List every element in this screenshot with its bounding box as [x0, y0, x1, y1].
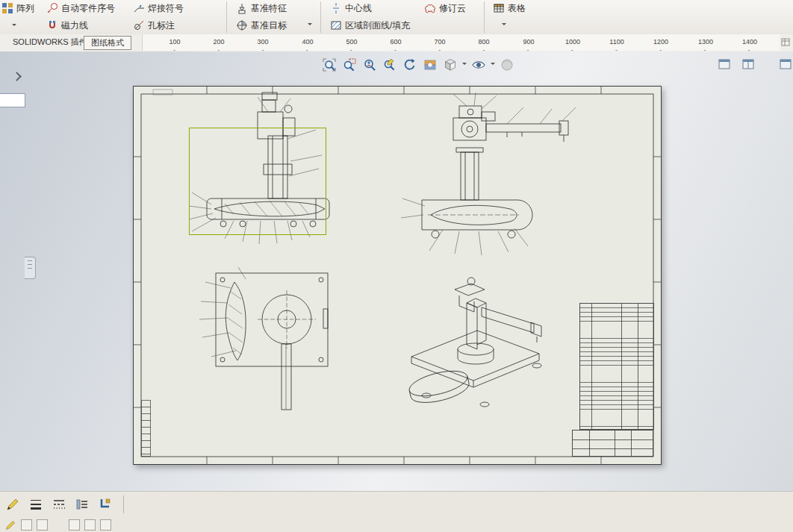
ruler-tick: 1100 — [608, 38, 626, 46]
panel-expand-arrow[interactable] — [10, 69, 22, 83]
button-label: 中心线 — [345, 2, 372, 15]
sketch-tool-button[interactable] — [4, 519, 16, 531]
zoom-in-out-icon — [362, 57, 377, 72]
button-label: 孔标注 — [148, 19, 175, 32]
revision-cloud-icon — [424, 2, 436, 14]
area-hatch-icon — [330, 19, 342, 31]
dropdown-arrow-icon[interactable] — [308, 23, 312, 28]
ruler-tick: 900 — [520, 38, 538, 46]
centerline-button[interactable]: 中心线 — [327, 1, 375, 16]
partial-toolbar-icon[interactable] — [21, 519, 32, 531]
view-settings-icon — [500, 57, 514, 72]
ruler-tick: 800 — [475, 38, 493, 46]
button-label: 基准目标 — [251, 19, 287, 32]
ruler-tick: 500 — [343, 38, 361, 46]
tab-sheet-format[interactable]: 图纸格式 — [84, 36, 131, 50]
area-hatch-button[interactable]: 区域剖面线/填充 — [327, 18, 413, 33]
pane-maximize-icon[interactable] — [780, 59, 792, 69]
button-label: 表格 — [508, 2, 526, 15]
dropdown-arrow-icon[interactable] — [502, 23, 506, 28]
ribbon-separator — [484, 1, 485, 33]
table-column-line — [631, 431, 632, 456]
rotate-view-button[interactable] — [402, 57, 418, 72]
view-settings-button[interactable] — [499, 57, 515, 72]
table-row-line — [573, 439, 653, 440]
pencil-icon — [4, 518, 16, 532]
drawing-sheet[interactable] — [133, 86, 662, 465]
table-column-line — [591, 304, 592, 429]
display-style-button[interactable] — [442, 57, 458, 72]
partial-toolbar-icon[interactable] — [37, 519, 48, 531]
collapsed-panel-field[interactable] — [0, 93, 25, 107]
ruler: 100 200 300 400 500 600 700 800 900 1000… — [142, 34, 780, 51]
layer-button[interactable] — [97, 496, 113, 513]
toolbar-separator — [123, 495, 124, 513]
partial-toolbar-icon[interactable] — [100, 519, 111, 531]
auto-balloon-button[interactable]: 自动零件序号 — [43, 1, 118, 16]
partial-toolbar-icon[interactable] — [69, 519, 80, 531]
ribbon-separator — [226, 1, 227, 33]
button-label: 修订云 — [439, 2, 466, 15]
datum-feature-icon — [236, 2, 248, 14]
ribbon-separator — [320, 1, 321, 33]
collapsed-panel-tab[interactable] — [25, 257, 36, 279]
table-icon — [493, 2, 505, 14]
side-view[interactable] — [401, 93, 576, 255]
dropdown-arrow-icon[interactable] — [462, 63, 467, 67]
ruler-tick: 400 — [299, 38, 317, 46]
apply-scene-button[interactable] — [422, 57, 438, 72]
command-tab-bar: SOLIDWORKS 插件 图纸格式 100 200 300 400 500 6… — [0, 34, 793, 52]
top-view[interactable] — [199, 267, 328, 410]
line-format-button[interactable] — [4, 496, 21, 513]
weld-symbol-icon — [133, 2, 145, 14]
split-pane-vertical-icon[interactable] — [742, 59, 754, 69]
isometric-view[interactable] — [407, 278, 541, 407]
ruler-tick: 1000 — [564, 38, 582, 46]
zoom-to-fit-button[interactable] — [321, 57, 338, 72]
dropdown-arrow-icon[interactable] — [491, 63, 495, 67]
zoom-to-selection-button[interactable] — [382, 57, 398, 72]
tab-solidworks-addins[interactable]: SOLIDWORKS 插件 — [6, 36, 94, 48]
zoom-in-out-button[interactable] — [361, 57, 378, 72]
bom-table[interactable] — [579, 303, 654, 430]
revision-cloud-button[interactable]: 修订云 — [421, 1, 469, 16]
line-thickness-button[interactable] — [28, 496, 44, 513]
line-style-button[interactable] — [51, 496, 67, 513]
line-format-icon — [5, 497, 20, 512]
zoom-to-selection-icon — [382, 57, 397, 72]
pattern-icon — [1, 2, 13, 14]
ruler-options-icon[interactable] — [781, 37, 792, 48]
weld-symbol-button[interactable]: 焊接符号 — [130, 1, 187, 16]
button-label: 区域剖面线/填充 — [345, 19, 410, 32]
tables-button[interactable]: 表格 — [490, 1, 529, 16]
split-pane-icon[interactable] — [718, 59, 730, 69]
pane-controls — [718, 59, 754, 69]
hide-show-edges-icon — [75, 497, 90, 512]
hide-show-items-button[interactable] — [470, 57, 487, 72]
chevron-right-icon — [12, 72, 22, 81]
partial-toolbar — [4, 519, 111, 531]
table-column-line — [621, 304, 622, 429]
graphics-area[interactable] — [0, 51, 793, 491]
title-block[interactable] — [572, 430, 653, 457]
datum-target-button[interactable]: 基准目标 — [233, 18, 290, 33]
zoom-area-icon — [342, 57, 357, 72]
button-label: 自动零件序号 — [61, 2, 115, 15]
table-row-line — [573, 448, 653, 449]
dropdown-arrow-icon[interactable] — [12, 24, 16, 28]
ruler-tick: 200 — [210, 38, 228, 46]
layer-icon — [98, 497, 113, 512]
hole-callout-button[interactable]: 孔标注 — [130, 18, 178, 33]
apply-scene-icon — [423, 57, 438, 72]
eye-icon — [471, 57, 486, 72]
front-section-view[interactable] — [189, 93, 329, 244]
leader-lines — [401, 93, 576, 255]
magnetic-line-button[interactable]: 磁力线 — [43, 18, 91, 33]
partial-toolbar-icon[interactable] — [84, 519, 96, 531]
ruler-tick: 1200 — [652, 38, 670, 46]
zoom-area-button[interactable] — [341, 57, 358, 72]
datum-feature-button[interactable]: 基准特征 — [233, 1, 290, 16]
pattern-button[interactable]: 阵列 — [0, 1, 37, 16]
hide-show-edges-button[interactable] — [74, 496, 90, 513]
line-style-icon — [52, 497, 66, 512]
